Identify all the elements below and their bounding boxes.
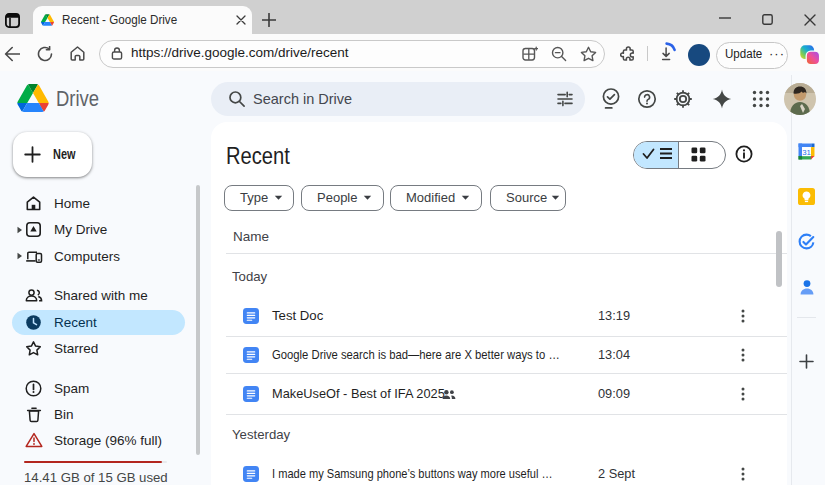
svg-text:31: 31 bbox=[802, 148, 811, 157]
